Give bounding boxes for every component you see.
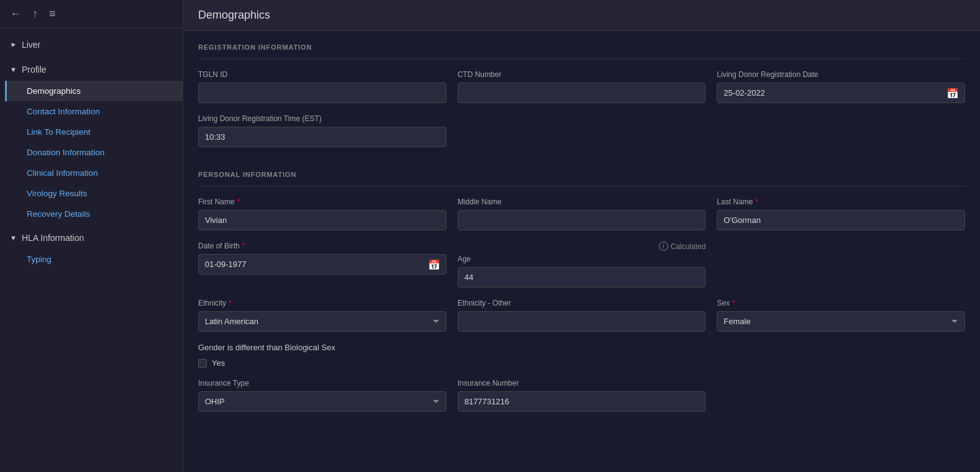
sex-label: Sex * — [717, 299, 965, 307]
dob-input-wrapper: 📅 — [198, 254, 447, 275]
insurance-type-group: Insurance Type OHIP Private Other — [198, 379, 447, 412]
age-info: i Calculated — [458, 242, 706, 251]
living-donor-reg-date-group: Living Donor Registration Date 📅 — [717, 70, 965, 103]
profile-chevron-icon: ▼ — [10, 66, 17, 73]
gender-diff-section: Gender is different than Biological Sex … — [198, 343, 965, 368]
page-header: Demographics — [183, 0, 980, 31]
hla-chevron-icon: ▼ — [10, 234, 17, 242]
ethnicity-group: Ethnicity * Latin American Caucasian Bla… — [198, 299, 447, 332]
main-content: Demographics REGISTRATION INFORMATION TG… — [183, 0, 980, 472]
sex-required: * — [732, 299, 735, 307]
ethnicity-select[interactable]: Latin American Caucasian Black/African A… — [198, 311, 447, 332]
registration-row-2: Living Donor Registration Time (EST) — [198, 114, 965, 147]
menu-icon[interactable]: ≡ — [49, 7, 56, 20]
back-icon[interactable]: ← — [10, 7, 21, 20]
sidebar-item-demographics[interactable]: Demographics — [5, 81, 183, 101]
nav-group-profile-header[interactable]: ▼ Profile — [0, 58, 183, 81]
ethnicity-required: * — [229, 299, 232, 307]
first-name-group: First Name * — [198, 197, 447, 230]
nav-group-liver: ▼ Liver — [0, 34, 183, 56]
dob-calendar-icon[interactable]: 📅 — [427, 257, 442, 271]
gender-diff-yes-label: Yes — [212, 358, 225, 368]
up-icon[interactable]: ↑ — [32, 7, 38, 20]
living-donor-reg-date-input-wrapper: 📅 — [717, 83, 965, 103]
nav-group-hla: ▼ HLA Information Typing — [0, 227, 183, 270]
nav-group-liver-label: Liver — [22, 40, 40, 50]
ctd-number-label: CTD Number — [458, 70, 706, 79]
nav-group-profile: ▼ Profile Demographics Contact Informati… — [0, 58, 183, 224]
hla-sub-items: Typing — [0, 249, 183, 270]
dob-required: * — [242, 242, 245, 250]
sex-group: Sex * Female Male Other — [717, 299, 965, 332]
middle-name-label: Middle Name — [458, 197, 706, 206]
sidebar-item-recovery-details[interactable]: Recovery Details — [5, 204, 183, 224]
sidebar-top-bar: ← ↑ ≡ — [0, 0, 183, 29]
age-group: i Calculated Age — [458, 242, 706, 288]
living-donor-reg-date-input[interactable] — [717, 83, 965, 103]
registration-section-title: REGISTRATION INFORMATION — [198, 31, 965, 59]
personal-section-title: PERSONAL INFORMATION — [198, 158, 965, 186]
personal-row-4: Insurance Type OHIP Private Other Insura… — [198, 379, 965, 412]
last-name-required: * — [755, 197, 758, 206]
insurance-type-label: Insurance Type — [198, 379, 447, 388]
ethnicity-other-group: Ethnicity - Other — [458, 299, 706, 332]
sidebar-item-virology-results[interactable]: Virology Results — [5, 183, 183, 204]
first-name-label: First Name * — [198, 197, 447, 206]
last-name-group: Last Name * — [717, 197, 965, 230]
nav-group-hla-label: HLA Information — [22, 233, 84, 243]
sidebar-item-clinical-information[interactable]: Clinical Information — [5, 163, 183, 183]
personal-row-2: Date of Birth * 📅 i Calculated Age — [198, 242, 965, 288]
living-donor-reg-time-label: Living Donor Registration Time (EST) — [198, 114, 447, 123]
dob-label: Date of Birth * — [198, 242, 447, 250]
dob-group: Date of Birth * 📅 — [198, 242, 447, 275]
living-donor-reg-date-label: Living Donor Registration Date — [717, 70, 965, 79]
age-label: Age — [458, 255, 706, 263]
living-donor-reg-time-input[interactable] — [198, 127, 447, 147]
ctd-number-group: CTD Number — [458, 70, 706, 103]
personal-row-3: Ethnicity * Latin American Caucasian Bla… — [198, 299, 965, 332]
sidebar: ← ↑ ≡ ▼ Liver ▼ Profile Demographics Con… — [0, 0, 183, 472]
insurance-number-label: Insurance Number — [458, 379, 706, 388]
page-body: REGISTRATION INFORMATION TGLN ID CTD Num… — [183, 31, 980, 472]
tgln-id-group: TGLN ID — [198, 70, 447, 103]
ctd-number-input[interactable] — [458, 83, 706, 103]
last-name-label: Last Name * — [717, 197, 965, 206]
middle-name-group: Middle Name — [458, 197, 706, 230]
ethnicity-other-input[interactable] — [458, 311, 706, 332]
dob-input[interactable] — [198, 254, 447, 275]
sidebar-item-contact-information[interactable]: Contact Information — [5, 101, 183, 122]
sidebar-item-typing[interactable]: Typing — [5, 249, 183, 270]
middle-name-input[interactable] — [458, 210, 706, 230]
gender-diff-checkbox-row: Yes — [198, 358, 965, 368]
living-donor-reg-time-group: Living Donor Registration Time (EST) — [198, 114, 447, 147]
nav-group-liver-header[interactable]: ▼ Liver — [0, 34, 183, 56]
nav-group-profile-label: Profile — [22, 65, 47, 75]
age-input[interactable] — [458, 267, 706, 288]
living-donor-reg-date-calendar-icon[interactable]: 📅 — [945, 86, 960, 100]
insurance-number-group: Insurance Number — [458, 379, 706, 412]
ethnicity-label: Ethnicity * — [198, 299, 447, 307]
profile-sub-items: Demographics Contact Information Link To… — [0, 81, 183, 224]
nav-group-hla-header[interactable]: ▼ HLA Information — [0, 227, 183, 249]
liver-chevron-icon: ▼ — [9, 42, 17, 48]
insurance-number-input[interactable] — [458, 391, 706, 412]
insurance-type-select[interactable]: OHIP Private Other — [198, 391, 447, 412]
tgln-id-label: TGLN ID — [198, 70, 447, 79]
sidebar-item-link-to-recipient[interactable]: Link To Recipient — [5, 122, 183, 142]
personal-row-1: First Name * Middle Name Last Name * — [198, 197, 965, 230]
last-name-input[interactable] — [717, 210, 965, 230]
page-title: Demographics — [198, 9, 270, 22]
tgln-id-input[interactable] — [198, 83, 447, 103]
first-name-input[interactable] — [198, 210, 447, 230]
gender-diff-label: Gender is different than Biological Sex — [198, 343, 965, 352]
first-name-required: * — [237, 197, 240, 206]
registration-row-1: TGLN ID CTD Number Living Donor Registra… — [198, 70, 965, 103]
age-info-icon: i — [659, 242, 668, 251]
sidebar-item-donation-information[interactable]: Donation Information — [5, 142, 183, 163]
sex-select[interactable]: Female Male Other — [717, 311, 965, 332]
ethnicity-other-label: Ethnicity - Other — [458, 299, 706, 307]
age-calculated-label: Calculated — [671, 242, 706, 251]
sidebar-nav: ▼ Liver ▼ Profile Demographics Contact I… — [0, 29, 183, 277]
gender-diff-checkbox[interactable] — [198, 359, 207, 368]
